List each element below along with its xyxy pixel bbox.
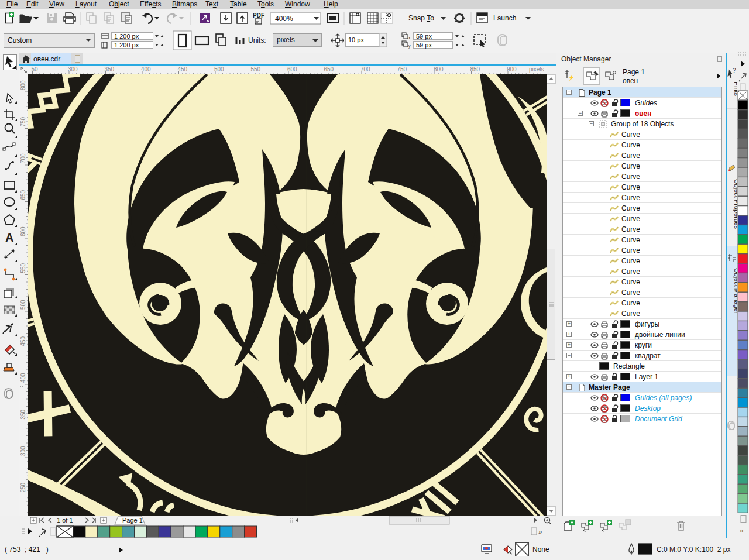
svg-text:700: 700 bbox=[360, 66, 370, 73]
svg-text:850: 850 bbox=[470, 66, 480, 73]
svg-text:750: 750 bbox=[20, 116, 26, 126]
svg-text:550: 550 bbox=[251, 66, 261, 73]
svg-text:Launch: Launch bbox=[493, 14, 516, 22]
svg-text:»: » bbox=[740, 527, 744, 535]
svg-text:Page 1: Page 1 bbox=[623, 68, 645, 76]
svg-text:»: » bbox=[538, 528, 542, 536]
svg-text:PDF: PDF bbox=[253, 12, 264, 19]
svg-text:?: ? bbox=[733, 67, 736, 74]
svg-text:400: 400 bbox=[141, 66, 151, 73]
svg-text:pixels: pixels bbox=[529, 66, 544, 73]
svg-text:400%: 400% bbox=[275, 15, 293, 23]
svg-text:300: 300 bbox=[68, 66, 78, 73]
svg-text:800: 800 bbox=[20, 80, 26, 90]
svg-text:350: 350 bbox=[20, 409, 26, 419]
svg-text:600: 600 bbox=[287, 66, 297, 73]
svg-text:350: 350 bbox=[105, 66, 115, 73]
svg-text:600: 600 bbox=[20, 226, 26, 236]
svg-text:1 of 1: 1 of 1 bbox=[57, 517, 73, 524]
svg-text:y: y bbox=[408, 44, 411, 49]
svg-text:700: 700 bbox=[20, 153, 26, 163]
svg-text:250: 250 bbox=[20, 482, 26, 492]
svg-text:⚡: ⚡ bbox=[568, 74, 575, 81]
svg-text:450: 450 bbox=[178, 66, 188, 73]
svg-text:650: 650 bbox=[324, 66, 334, 73]
svg-text:400: 400 bbox=[20, 373, 26, 383]
svg-text:Snap To: Snap To bbox=[408, 14, 434, 22]
svg-text:800: 800 bbox=[434, 66, 444, 73]
svg-text:500: 500 bbox=[214, 66, 224, 73]
svg-text:300: 300 bbox=[20, 446, 26, 456]
svg-text:овен: овен bbox=[623, 77, 638, 85]
svg-text:x: x bbox=[408, 36, 411, 40]
svg-text:500: 500 bbox=[20, 300, 26, 310]
svg-text:650: 650 bbox=[20, 190, 26, 200]
svg-text:550: 550 bbox=[20, 263, 26, 273]
svg-text:Page 1: Page 1 bbox=[122, 517, 143, 524]
svg-text:A: A bbox=[5, 231, 13, 244]
svg-text:450: 450 bbox=[20, 336, 26, 346]
svg-text:750: 750 bbox=[397, 66, 407, 73]
svg-text:900: 900 bbox=[507, 66, 517, 73]
